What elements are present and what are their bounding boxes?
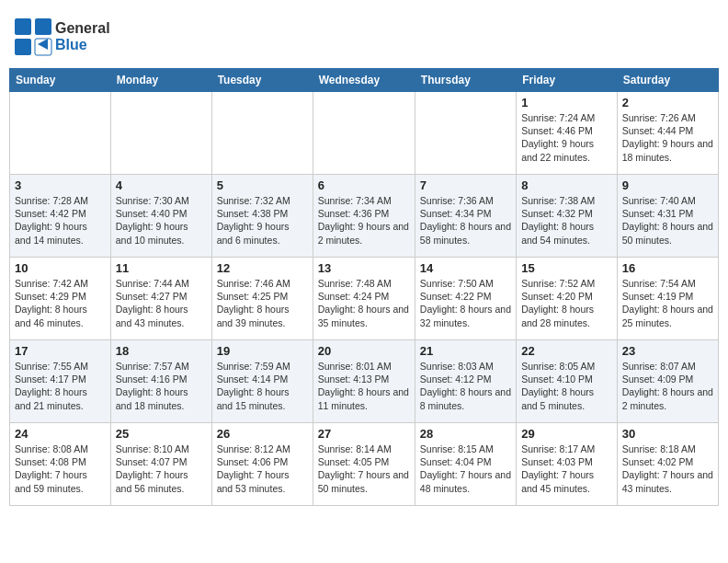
calendar-cell: 20Sunrise: 8:01 AM Sunset: 4:13 PM Dayli… bbox=[313, 340, 415, 423]
day-number: 26 bbox=[217, 427, 308, 441]
calendar-cell: 30Sunrise: 8:18 AM Sunset: 4:02 PM Dayli… bbox=[617, 423, 718, 506]
day-info: Sunrise: 7:32 AM Sunset: 4:38 PM Dayligh… bbox=[217, 194, 308, 247]
calendar-cell: 9Sunrise: 7:40 AM Sunset: 4:31 PM Daylig… bbox=[617, 175, 718, 258]
calendar-cell bbox=[10, 92, 111, 175]
day-info: Sunrise: 8:17 AM Sunset: 4:03 PM Dayligh… bbox=[521, 442, 612, 495]
day-number: 30 bbox=[622, 427, 713, 441]
calendar-cell: 17Sunrise: 7:55 AM Sunset: 4:17 PM Dayli… bbox=[10, 340, 111, 423]
day-info: Sunrise: 7:44 AM Sunset: 4:27 PM Dayligh… bbox=[116, 277, 207, 329]
day-number: 11 bbox=[116, 261, 207, 275]
day-header-saturday: Saturday bbox=[617, 69, 718, 92]
calendar-cell: 18Sunrise: 7:57 AM Sunset: 4:16 PM Dayli… bbox=[110, 340, 211, 423]
day-number: 5 bbox=[217, 178, 308, 192]
day-number: 10 bbox=[15, 261, 106, 275]
calendar-cell: 7Sunrise: 7:36 AM Sunset: 4:34 PM Daylig… bbox=[415, 175, 516, 258]
day-header-sunday: Sunday bbox=[10, 69, 111, 92]
calendar-cell: 2Sunrise: 7:26 AM Sunset: 4:44 PM Daylig… bbox=[617, 92, 718, 175]
svg-rect-2 bbox=[15, 39, 31, 55]
day-info: Sunrise: 7:26 AM Sunset: 4:44 PM Dayligh… bbox=[622, 111, 713, 164]
calendar-cell: 26Sunrise: 8:12 AM Sunset: 4:06 PM Dayli… bbox=[211, 423, 313, 506]
calendar-cell: 3Sunrise: 7:28 AM Sunset: 4:42 PM Daylig… bbox=[10, 175, 111, 258]
header-row: SundayMondayTuesdayWednesdayThursdayFrid… bbox=[10, 69, 719, 92]
day-info: Sunrise: 7:36 AM Sunset: 4:34 PM Dayligh… bbox=[420, 194, 511, 247]
day-info: Sunrise: 7:24 AM Sunset: 4:46 PM Dayligh… bbox=[521, 111, 612, 164]
calendar-cell: 22Sunrise: 8:05 AM Sunset: 4:10 PM Dayli… bbox=[517, 340, 618, 423]
day-info: Sunrise: 7:54 AM Sunset: 4:19 PM Dayligh… bbox=[622, 277, 713, 329]
calendar-cell: 29Sunrise: 8:17 AM Sunset: 4:03 PM Dayli… bbox=[517, 423, 618, 506]
calendar-cell: 28Sunrise: 8:15 AM Sunset: 4:04 PM Dayli… bbox=[415, 423, 516, 506]
logo-general: General bbox=[55, 20, 110, 36]
calendar-cell: 24Sunrise: 8:08 AM Sunset: 4:08 PM Dayli… bbox=[10, 423, 111, 506]
calendar-cell: 1Sunrise: 7:24 AM Sunset: 4:46 PM Daylig… bbox=[517, 92, 618, 175]
day-number: 21 bbox=[420, 344, 511, 358]
day-info: Sunrise: 8:07 AM Sunset: 4:09 PM Dayligh… bbox=[622, 360, 713, 412]
day-number: 1 bbox=[521, 96, 612, 109]
calendar-cell: 12Sunrise: 7:46 AM Sunset: 4:25 PM Dayli… bbox=[211, 258, 313, 340]
day-number: 9 bbox=[622, 178, 713, 192]
day-info: Sunrise: 8:18 AM Sunset: 4:02 PM Dayligh… bbox=[622, 442, 713, 495]
calendar-table: SundayMondayTuesdayWednesdayThursdayFrid… bbox=[9, 68, 719, 506]
calendar-cell bbox=[313, 92, 415, 175]
day-info: Sunrise: 8:10 AM Sunset: 4:07 PM Dayligh… bbox=[116, 442, 207, 495]
calendar-cell: 5Sunrise: 7:32 AM Sunset: 4:38 PM Daylig… bbox=[211, 175, 313, 258]
day-number: 29 bbox=[521, 427, 612, 441]
day-number: 16 bbox=[622, 261, 713, 275]
calendar-header: SundayMondayTuesdayWednesdayThursdayFrid… bbox=[10, 69, 719, 92]
day-number: 19 bbox=[217, 344, 308, 358]
calendar-cell: 25Sunrise: 8:10 AM Sunset: 4:07 PM Dayli… bbox=[110, 423, 211, 506]
week-row-1: 1Sunrise: 7:24 AM Sunset: 4:46 PM Daylig… bbox=[10, 92, 719, 175]
week-row-4: 17Sunrise: 7:55 AM Sunset: 4:17 PM Dayli… bbox=[10, 340, 719, 423]
calendar-cell: 14Sunrise: 7:50 AM Sunset: 4:22 PM Dayli… bbox=[415, 258, 516, 340]
day-header-tuesday: Tuesday bbox=[211, 69, 313, 92]
day-info: Sunrise: 7:55 AM Sunset: 4:17 PM Dayligh… bbox=[15, 360, 106, 412]
calendar-cell: 6Sunrise: 7:34 AM Sunset: 4:36 PM Daylig… bbox=[313, 175, 415, 258]
day-info: Sunrise: 7:34 AM Sunset: 4:36 PM Dayligh… bbox=[318, 194, 410, 247]
day-number: 2 bbox=[622, 96, 713, 109]
week-row-3: 10Sunrise: 7:42 AM Sunset: 4:29 PM Dayli… bbox=[10, 258, 719, 340]
day-header-thursday: Thursday bbox=[415, 69, 516, 92]
day-number: 12 bbox=[217, 261, 308, 275]
calendar-body: 1Sunrise: 7:24 AM Sunset: 4:46 PM Daylig… bbox=[10, 92, 719, 506]
day-number: 20 bbox=[318, 344, 410, 358]
day-info: Sunrise: 8:12 AM Sunset: 4:06 PM Dayligh… bbox=[217, 442, 308, 495]
day-header-wednesday: Wednesday bbox=[313, 69, 415, 92]
day-number: 4 bbox=[116, 178, 207, 192]
svg-rect-1 bbox=[35, 18, 51, 35]
day-number: 6 bbox=[318, 178, 410, 192]
week-row-5: 24Sunrise: 8:08 AM Sunset: 4:08 PM Dayli… bbox=[10, 423, 719, 506]
header: General Blue bbox=[9, 9, 719, 64]
calendar-cell: 4Sunrise: 7:30 AM Sunset: 4:40 PM Daylig… bbox=[110, 175, 211, 258]
day-number: 18 bbox=[116, 344, 207, 358]
svg-rect-0 bbox=[15, 18, 31, 35]
logo-blue: Blue bbox=[55, 37, 110, 53]
day-info: Sunrise: 7:52 AM Sunset: 4:20 PM Dayligh… bbox=[521, 277, 612, 329]
day-number: 25 bbox=[116, 427, 207, 441]
day-number: 27 bbox=[318, 427, 410, 441]
day-header-friday: Friday bbox=[517, 69, 618, 92]
calendar-cell: 16Sunrise: 7:54 AM Sunset: 4:19 PM Dayli… bbox=[617, 258, 718, 340]
day-info: Sunrise: 7:30 AM Sunset: 4:40 PM Dayligh… bbox=[116, 194, 207, 247]
day-info: Sunrise: 7:40 AM Sunset: 4:31 PM Dayligh… bbox=[622, 194, 713, 247]
day-header-monday: Monday bbox=[110, 69, 211, 92]
calendar-cell: 11Sunrise: 7:44 AM Sunset: 4:27 PM Dayli… bbox=[110, 258, 211, 340]
day-info: Sunrise: 8:03 AM Sunset: 4:12 PM Dayligh… bbox=[420, 360, 511, 412]
logo: General Blue bbox=[13, 17, 110, 57]
day-number: 23 bbox=[622, 344, 713, 358]
calendar-cell: 23Sunrise: 8:07 AM Sunset: 4:09 PM Dayli… bbox=[617, 340, 718, 423]
day-number: 7 bbox=[420, 178, 511, 192]
day-number: 13 bbox=[318, 261, 410, 275]
calendar-cell: 19Sunrise: 7:59 AM Sunset: 4:14 PM Dayli… bbox=[211, 340, 313, 423]
calendar-cell: 27Sunrise: 8:14 AM Sunset: 4:05 PM Dayli… bbox=[313, 423, 415, 506]
day-number: 17 bbox=[15, 344, 106, 358]
week-row-2: 3Sunrise: 7:28 AM Sunset: 4:42 PM Daylig… bbox=[10, 175, 719, 258]
day-info: Sunrise: 7:28 AM Sunset: 4:42 PM Dayligh… bbox=[15, 194, 106, 247]
calendar-cell bbox=[110, 92, 211, 175]
calendar-cell: 10Sunrise: 7:42 AM Sunset: 4:29 PM Dayli… bbox=[10, 258, 111, 340]
calendar-cell: 21Sunrise: 8:03 AM Sunset: 4:12 PM Dayli… bbox=[415, 340, 516, 423]
day-info: Sunrise: 8:08 AM Sunset: 4:08 PM Dayligh… bbox=[15, 442, 106, 495]
day-info: Sunrise: 7:38 AM Sunset: 4:32 PM Dayligh… bbox=[521, 194, 612, 247]
day-number: 28 bbox=[420, 427, 511, 441]
day-info: Sunrise: 8:15 AM Sunset: 4:04 PM Dayligh… bbox=[420, 442, 511, 495]
day-info: Sunrise: 8:05 AM Sunset: 4:10 PM Dayligh… bbox=[521, 360, 612, 412]
day-info: Sunrise: 7:48 AM Sunset: 4:24 PM Dayligh… bbox=[318, 277, 410, 329]
